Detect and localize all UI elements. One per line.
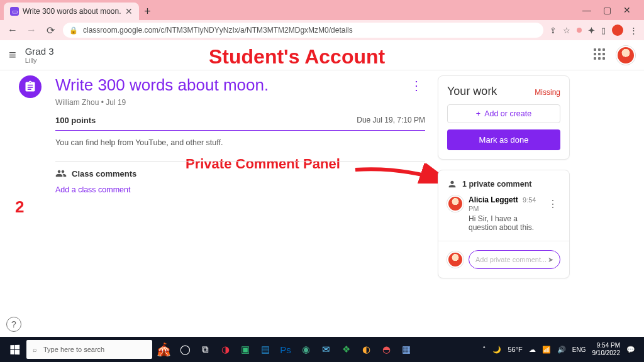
add-or-create-button[interactable]: + Add or create bbox=[447, 104, 560, 123]
close-window-button[interactable]: ✕ bbox=[623, 5, 631, 15]
private-comments-panel: 1 private comment Alicia Leggett 9:54 PM… bbox=[438, 170, 570, 278]
class-section: Lilly bbox=[25, 57, 54, 64]
taskbar-widget[interactable]: 🎪 bbox=[156, 342, 172, 357]
help-button[interactable]: ? bbox=[6, 317, 21, 332]
plus-icon: + bbox=[476, 109, 480, 118]
your-work-status: Missing bbox=[535, 88, 560, 97]
private-comments-header: 1 private comment bbox=[462, 180, 531, 189]
your-work-title: Your work bbox=[447, 85, 497, 98]
browser-toolbar: ← → ⟳ 🔒 classroom.google.com/c/NTM3MTlyN… bbox=[0, 20, 644, 40]
onedrive-icon[interactable]: ☁ bbox=[529, 346, 536, 354]
comment-menu-button[interactable]: ⋮ bbox=[545, 195, 560, 232]
comment-avatar bbox=[447, 195, 464, 212]
points-label: 100 points bbox=[55, 116, 96, 125]
add-class-comment-link[interactable]: Add a class comment bbox=[55, 185, 131, 194]
extension-icons: ⇪ ☆ ✦ ▯ ⋮ bbox=[550, 25, 638, 36]
notifications-icon[interactable]: 💬 bbox=[626, 346, 635, 354]
private-comment-placeholder: Add private comment... bbox=[475, 256, 547, 263]
assignment-menu-button[interactable]: ⋮ bbox=[408, 75, 425, 96]
taskbar-app[interactable]: ◐ bbox=[357, 340, 375, 359]
people-icon bbox=[55, 168, 67, 179]
google-apps-button[interactable] bbox=[594, 48, 608, 62]
windows-taskbar: ⌕ Type here to search 🎪 ◯ ⧉ ◑ ▣ ▤ Ps ◉ ✉… bbox=[0, 337, 644, 362]
person-icon bbox=[447, 179, 457, 189]
taskbar-app[interactable]: ◉ bbox=[296, 340, 315, 359]
mark-as-done-button[interactable]: Mark as done bbox=[447, 129, 560, 150]
search-icon: ⌕ bbox=[33, 346, 37, 353]
assignment-page: Write 300 words about moon. ⋮ William Zh… bbox=[0, 70, 644, 337]
maximize-button[interactable]: ▢ bbox=[602, 5, 611, 15]
taskbar-search[interactable]: ⌕ Type here to search bbox=[26, 340, 152, 359]
divider bbox=[55, 130, 425, 131]
taskbar-app[interactable]: ▦ bbox=[397, 340, 416, 359]
language-icon[interactable]: ENG bbox=[572, 346, 586, 353]
minimize-button[interactable]: — bbox=[582, 5, 591, 15]
class-comments-header: Class comments bbox=[55, 168, 425, 179]
comment-body: Hi Sir, I have a question about this. bbox=[469, 214, 540, 232]
bookmark-icon[interactable]: ☆ bbox=[563, 26, 570, 35]
browser-tab-strip: ▭ Write 300 words about moon. ✕ + — ▢ ✕ bbox=[0, 0, 644, 20]
tab-favicon: ▭ bbox=[10, 7, 19, 16]
lock-icon: 🔒 bbox=[69, 26, 78, 35]
tab-close-icon[interactable]: ✕ bbox=[125, 6, 133, 16]
taskbar-clock[interactable]: 9:54 PM 9/10/2022 bbox=[592, 342, 621, 357]
main-menu-button[interactable]: ≡ bbox=[9, 48, 16, 62]
private-comment-input[interactable]: Add private comment... ➤ bbox=[469, 250, 560, 269]
forward-button[interactable]: → bbox=[25, 25, 38, 36]
volume-icon[interactable]: 🔊 bbox=[557, 346, 566, 354]
task-view-button[interactable]: ◯ bbox=[175, 340, 194, 359]
assignment-title: Write 300 words about moon. bbox=[55, 75, 269, 95]
extensions-icon[interactable]: ✦ bbox=[588, 26, 595, 35]
weather-temp[interactable]: 56°F bbox=[508, 346, 522, 353]
account-avatar[interactable] bbox=[616, 46, 635, 65]
back-button[interactable]: ← bbox=[6, 25, 19, 36]
chrome-menu-icon[interactable]: ⋮ bbox=[630, 26, 638, 35]
tray-chevron-icon[interactable]: ˄ bbox=[482, 346, 486, 354]
extension-dot[interactable] bbox=[577, 28, 582, 33]
profile-icon[interactable] bbox=[612, 25, 623, 36]
new-tab-button[interactable]: + bbox=[139, 3, 157, 20]
your-work-panel: Your work Missing + Add or create Mark a… bbox=[438, 75, 570, 160]
class-name: Grad 3 bbox=[25, 46, 54, 57]
share-icon[interactable]: ⇪ bbox=[550, 26, 557, 35]
input-avatar bbox=[447, 251, 464, 268]
browser-tab[interactable]: ▭ Write 300 words about moon. ✕ bbox=[4, 3, 139, 20]
taskbar-app[interactable]: ❖ bbox=[336, 340, 355, 359]
taskbar-app[interactable]: ▣ bbox=[236, 340, 255, 359]
private-comment: Alicia Leggett 9:54 PM Hi Sir, I have a … bbox=[447, 195, 560, 232]
taskbar-app[interactable]: ▤ bbox=[256, 340, 275, 359]
annotation-account-label: Student's Account bbox=[209, 45, 385, 69]
side-panel-icon[interactable]: ▯ bbox=[601, 26, 606, 35]
network-icon[interactable]: 📶 bbox=[542, 346, 551, 354]
tab-title: Write 300 words about moon. bbox=[23, 7, 121, 16]
weather-icon[interactable]: 🌙 bbox=[492, 346, 501, 354]
address-bar[interactable]: 🔒 classroom.google.com/c/NTM3MTlyNDYyNzI… bbox=[63, 23, 543, 38]
assignment-description: You can find help from YouTube, and othe… bbox=[55, 138, 425, 147]
assignment-icon bbox=[19, 75, 42, 98]
url-text: classroom.google.com/c/NTM3MTlyNDYyNzIx/… bbox=[83, 26, 353, 35]
comment-author: Alicia Leggett bbox=[469, 195, 518, 204]
start-button[interactable] bbox=[4, 339, 25, 360]
taskbar-app[interactable]: ◓ bbox=[377, 340, 396, 359]
send-icon[interactable]: ➤ bbox=[548, 256, 553, 264]
system-tray: ˄ 🌙 56°F ☁ 📶 🔊 ENG 9:54 PM 9/10/2022 💬 bbox=[482, 342, 640, 357]
search-placeholder: Type here to search bbox=[43, 346, 104, 353]
class-comments-label: Class comments bbox=[72, 169, 136, 178]
taskbar-app[interactable]: ◑ bbox=[216, 340, 235, 359]
reload-button[interactable]: ⟳ bbox=[44, 25, 57, 36]
taskbar-app[interactable]: ✉ bbox=[316, 340, 335, 359]
assignment-byline: William Zhou • Jul 19 bbox=[55, 98, 425, 107]
divider bbox=[55, 161, 425, 162]
taskbar-app[interactable]: Ps bbox=[276, 340, 295, 359]
taskbar-app[interactable]: ⧉ bbox=[196, 340, 214, 359]
class-header[interactable]: Grad 3 Lilly bbox=[25, 46, 54, 64]
window-controls: — ▢ ✕ bbox=[582, 5, 640, 15]
due-label: Due Jul 19, 7:10 PM bbox=[357, 116, 425, 125]
